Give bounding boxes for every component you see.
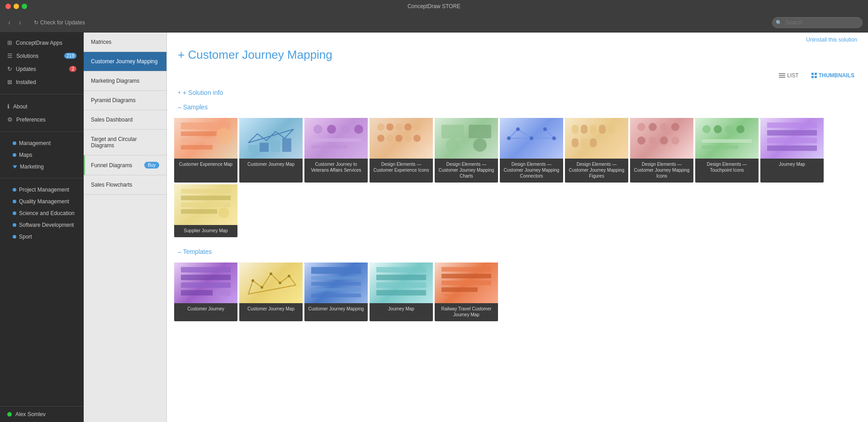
templates-grid: Customer Journey Customer Journey: [167, 259, 868, 328]
sample-card-9[interactable]: Design Elements — Touchpoint Icons: [695, 118, 759, 183]
updates-label: Updates: [16, 66, 36, 72]
template-card-2[interactable]: Customer Journey Map: [239, 263, 303, 321]
middle-nav-sales-flowcharts[interactable]: Sales Flowcharts: [84, 175, 166, 195]
sample-card-5[interactable]: Design Elements — Customer Journey Mappi…: [435, 118, 498, 183]
svg-rect-45: [581, 125, 588, 134]
solution-info-header[interactable]: + + Solution info: [167, 85, 868, 100]
sample-thumbnail-7: [565, 118, 628, 159]
sidebar-nav-project-mgmt[interactable]: Project Management: [0, 184, 84, 196]
svg-rect-10: [181, 145, 213, 150]
forward-button[interactable]: ›: [16, 17, 24, 28]
minimize-button[interactable]: [14, 4, 19, 9]
middle-nav-matrices[interactable]: Matrices: [84, 33, 166, 52]
svg-rect-50: [581, 138, 588, 147]
sample-card-6[interactable]: Design Elements — Customer Journey Mappi…: [500, 118, 563, 183]
uninstall-link[interactable]: Uninstall this solution: [806, 37, 857, 43]
maps-label: Maps: [19, 152, 32, 158]
svg-rect-94: [376, 290, 426, 295]
sample-card-4[interactable]: Design Elements — Customer Experience Ic…: [370, 118, 433, 183]
svg-point-26: [404, 123, 412, 131]
list-view-button[interactable]: LIST: [776, 71, 801, 80]
sample-label-9: Design Elements — Touchpoint Icons: [695, 159, 759, 177]
sample-card-10[interactable]: Journey Map: [760, 118, 824, 183]
sample-label-4: Design Elements — Customer Experience Ic…: [370, 159, 433, 177]
sidebar-item-solutions[interactable]: ☰ Solutions 219: [0, 49, 84, 62]
sample-card-11[interactable]: Supplier Journey Map: [174, 184, 237, 237]
project-mgmt-label: Project Management: [19, 187, 69, 193]
template-card-4[interactable]: Journey Map: [370, 263, 433, 321]
window-title: ConceptDraw STORE: [408, 3, 460, 9]
svg-rect-33: [441, 125, 464, 138]
sample-thumbnail-9: [695, 118, 759, 159]
installed-label: Installed: [16, 79, 36, 85]
check-updates-button[interactable]: ↻ Check for Updates: [30, 18, 89, 28]
templates-header[interactable]: – Templates: [167, 244, 868, 259]
thumbnails-view-button[interactable]: THUMBNAILS: [809, 71, 857, 80]
svg-point-53: [649, 123, 657, 131]
sidebar-item-preferences[interactable]: ⚙ Preferences: [0, 113, 84, 126]
title-bar: ConceptDraw STORE: [0, 0, 868, 13]
sidebar: ⊞ ConceptDraw Apps ☰ Solutions 219 ↻ Upd…: [0, 33, 84, 422]
svg-rect-98: [441, 287, 478, 292]
sidebar-item-apps[interactable]: ⊞ ConceptDraw Apps: [0, 36, 84, 49]
sidebar-nav-maps[interactable]: Maps: [0, 149, 84, 161]
middle-nav-target-circular[interactable]: Target and Circular Diagrams: [84, 130, 166, 155]
sample-card-8[interactable]: Design Elements — Customer Journey Mappi…: [630, 118, 693, 183]
fullscreen-button[interactable]: [22, 4, 27, 9]
template-thumbnail-2: [239, 263, 303, 303]
sample-card-1[interactable]: Customer Experience Map: [174, 118, 237, 183]
svg-point-57: [649, 136, 657, 145]
samples-header[interactable]: – Samples: [167, 100, 868, 114]
middle-nav-customer-journey[interactable]: Customer Journey Mapping: [84, 52, 166, 71]
sidebar-nav-science[interactable]: Science and Education: [0, 207, 84, 219]
app-body: ⊞ ConceptDraw Apps ☰ Solutions 219 ↻ Upd…: [0, 33, 868, 422]
sport-label: Sport: [19, 234, 32, 240]
template-thumbnail-4: [370, 263, 433, 303]
sample-thumbnail-8: [630, 118, 693, 159]
title-section: + Customer Journey Mapping: [167, 46, 868, 67]
svg-rect-69: [767, 145, 817, 151]
template-card-5[interactable]: Railway Travel Customer Journey Map: [435, 263, 498, 321]
template-label-3: Customer Journey Mapping: [304, 303, 368, 315]
template-label-1: Customer Journey: [174, 303, 237, 315]
svg-rect-66: [767, 122, 817, 128]
svg-point-59: [671, 136, 679, 145]
svg-point-60: [702, 125, 711, 133]
middle-nav-marketing-diagrams[interactable]: Marketing Diagrams: [84, 71, 166, 91]
sample-card-2[interactable]: Customer Journey Map: [239, 118, 303, 183]
svg-rect-5: [811, 76, 814, 78]
svg-rect-86: [311, 267, 361, 274]
sidebar-nav-quality[interactable]: Quality Management: [0, 196, 84, 207]
svg-point-36: [473, 138, 487, 152]
updates-icon: ↻: [7, 66, 12, 72]
middle-nav-sales-dashboard[interactable]: Sales Dashboard: [84, 110, 166, 130]
sidebar-item-about[interactable]: ℹ About: [0, 100, 84, 113]
svg-point-32: [413, 135, 421, 142]
samples-grid: Customer Experience Map Customer Journey…: [167, 114, 868, 244]
back-button[interactable]: ‹: [5, 17, 13, 28]
sidebar-nav-sport[interactable]: Sport: [0, 231, 84, 243]
sidebar-nav-management[interactable]: Management: [0, 137, 84, 149]
middle-nav-pyramid[interactable]: Pyramid Diagrams: [84, 91, 166, 110]
buy-button[interactable]: Buy: [144, 162, 159, 169]
software-label: Software Development: [19, 222, 74, 228]
sidebar-nav-software[interactable]: Software Development: [0, 219, 84, 231]
thumbnails-icon: [811, 73, 817, 78]
user-status-dot: [7, 412, 12, 417]
sample-thumbnail-3: [304, 118, 368, 159]
sidebar-item-installed[interactable]: ⊠ Installed: [0, 75, 84, 89]
sidebar-item-updates[interactable]: ↻ Updates 2: [0, 62, 84, 75]
svg-point-42: [543, 127, 547, 131]
search-input[interactable]: [772, 17, 863, 28]
template-card-3[interactable]: Customer Journey Mapping: [304, 263, 368, 321]
svg-point-23: [377, 123, 384, 131]
science-label: Science and Education: [19, 210, 75, 216]
bullet-icon: [13, 153, 16, 157]
content-top: Uninstall this solution + Customer Journ…: [167, 33, 868, 85]
sidebar-nav-marketing[interactable]: Marketing: [0, 161, 84, 173]
sample-card-3[interactable]: Customer Journey to Veterans Affairs Ser…: [304, 118, 368, 183]
close-button[interactable]: [5, 4, 11, 9]
template-card-1[interactable]: Customer Journey: [174, 263, 237, 321]
middle-nav-funnel[interactable]: Funnel Diagrams Buy: [84, 155, 166, 175]
sample-card-7[interactable]: Design Elements — Customer Journey Mappi…: [565, 118, 628, 183]
